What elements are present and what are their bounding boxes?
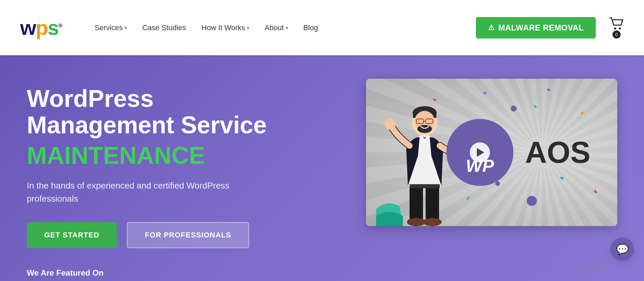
video-panel[interactable]: WP AOS bbox=[366, 79, 617, 226]
nav-blog-label: Blog bbox=[303, 23, 318, 32]
cart-button[interactable]: 0 bbox=[609, 17, 624, 39]
logo-s: s bbox=[48, 16, 58, 39]
decorative-circle-3 bbox=[495, 181, 500, 186]
svg-point-9 bbox=[417, 125, 432, 133]
cart-count-badge: 0 bbox=[613, 30, 621, 39]
nav-how-it-works-label: How It Works bbox=[202, 23, 245, 32]
get-started-button[interactable]: GET STARTED bbox=[27, 222, 117, 248]
main-nav: Services ▾ Case Studies How It Works ▾ A… bbox=[88, 21, 476, 35]
chevron-down-icon: ▾ bbox=[125, 25, 127, 30]
hero-section: WordPressManagement Service MAINTENANCE … bbox=[0, 55, 644, 281]
hero-title: WordPressManagement Service bbox=[27, 85, 346, 138]
nav-case-studies-label: Case Studies bbox=[142, 23, 186, 32]
aos-label: AOS bbox=[525, 135, 590, 170]
privacy-notice: Privacy · Terms bbox=[575, 266, 607, 271]
warning-icon: ⚠ bbox=[488, 23, 495, 32]
chevron-down-icon: ▾ bbox=[247, 25, 249, 30]
nav-blog[interactable]: Blog bbox=[297, 21, 324, 35]
hero-buttons: GET STARTED FOR PROFESSIONALS bbox=[27, 222, 346, 248]
nav-services-label: Services bbox=[94, 23, 123, 32]
nav-services[interactable]: Services ▾ bbox=[88, 21, 133, 35]
featured-label: We Are Featured On bbox=[27, 268, 346, 278]
wp-circle: WP bbox=[446, 119, 513, 186]
svg-point-0 bbox=[614, 27, 616, 29]
chat-button[interactable]: 💬 bbox=[611, 237, 634, 261]
hero-right-video: WP AOS bbox=[366, 75, 617, 281]
logo-trademark: ® bbox=[59, 23, 62, 28]
chat-icon: 💬 bbox=[616, 243, 629, 255]
hero-left-content: WordPressManagement Service MAINTENANCE … bbox=[27, 75, 346, 281]
svg-rect-13 bbox=[410, 184, 423, 221]
logo[interactable]: wps® bbox=[20, 17, 62, 38]
svg-point-11 bbox=[385, 119, 396, 130]
decorative-circle-2 bbox=[511, 106, 517, 112]
logo-p: p bbox=[35, 16, 48, 39]
malware-removal-button[interactable]: ⚠ MALWARE REMOVAL bbox=[476, 17, 596, 39]
malware-button-label: MALWARE REMOVAL bbox=[498, 23, 584, 32]
svg-point-16 bbox=[407, 218, 426, 226]
nav-how-it-works[interactable]: How It Works ▾ bbox=[196, 21, 255, 35]
for-professionals-button[interactable]: FOR PROFESSIONALS bbox=[127, 222, 249, 248]
svg-point-1 bbox=[619, 27, 621, 29]
hero-description: In the hands of experienced and certifie… bbox=[27, 179, 234, 205]
nav-case-studies[interactable]: Case Studies bbox=[136, 21, 192, 35]
nav-about[interactable]: About ▾ bbox=[259, 21, 294, 35]
logo-w: w bbox=[20, 16, 35, 39]
nav-about-label: About bbox=[265, 23, 284, 32]
svg-rect-15 bbox=[410, 184, 440, 188]
svg-point-17 bbox=[423, 218, 442, 226]
decorative-circle-1 bbox=[527, 196, 537, 206]
wp-logo-video[interactable]: WP AOS bbox=[446, 119, 590, 186]
chevron-down-icon: ▾ bbox=[286, 25, 288, 30]
hero-subtitle: MAINTENANCE bbox=[27, 142, 346, 169]
wp-label: WP bbox=[466, 156, 494, 176]
svg-rect-14 bbox=[426, 184, 439, 221]
cart-icon bbox=[609, 17, 624, 30]
site-header: wps® Services ▾ Case Studies How It Work… bbox=[0, 0, 644, 55]
